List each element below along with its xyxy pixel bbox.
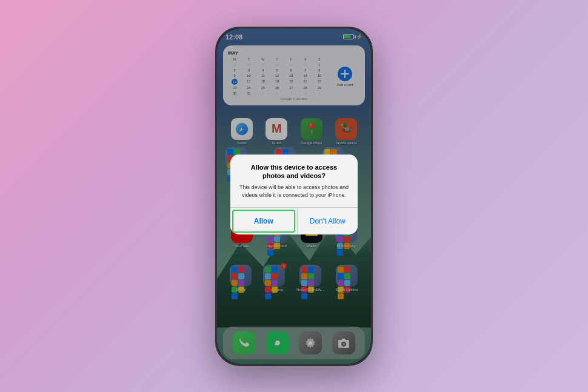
phone-screen: 12:08 ⚡ MAY M T W T F S bbox=[217, 28, 371, 364]
alert-message: This device will be able to access photo… bbox=[239, 184, 349, 199]
allow-button[interactable]: Allow bbox=[232, 210, 295, 233]
alert-dialog: Allow this device to access photos and v… bbox=[230, 154, 358, 234]
dont-allow-button[interactable]: Don't Allow bbox=[298, 208, 358, 234]
alert-title: Allow this device to access photos and v… bbox=[239, 162, 349, 180]
alert-buttons: Allow Don't Allow bbox=[230, 208, 358, 234]
alert-content: Allow this device to access photos and v… bbox=[230, 154, 358, 207]
phone-frame: 12:08 ⚡ MAY M T W T F S bbox=[215, 27, 373, 366]
